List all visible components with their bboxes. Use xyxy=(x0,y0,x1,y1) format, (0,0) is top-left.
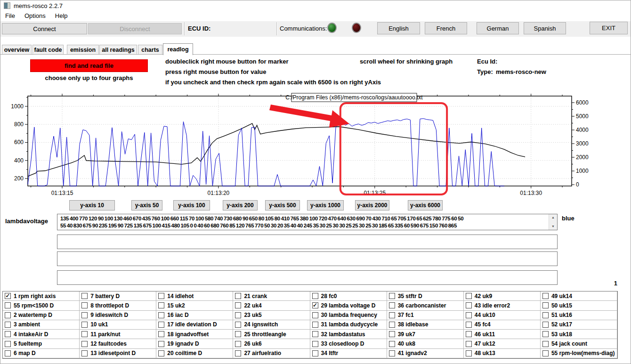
button-y-axis-500[interactable]: y-axis 500 xyxy=(265,200,300,210)
checkbox-6-map-d[interactable] xyxy=(5,350,11,356)
checkbox-label: 34 ltftr xyxy=(321,350,339,356)
checkbox-label: 23 uk5 xyxy=(244,312,261,318)
checkbox-55-rpm-low-mems-diag[interactable] xyxy=(542,350,549,356)
checkbox-14-idlehot[interactable] xyxy=(158,293,164,299)
button-y-axis-100[interactable]: y-axis 100 xyxy=(173,200,210,210)
tab-overview[interactable]: overview xyxy=(2,45,32,54)
checkbox-36-carboncanister[interactable] xyxy=(389,302,395,308)
series-values-box[interactable]: 135 400 770 120 90 100 130 460 670 435 7… xyxy=(57,214,558,230)
checkbox-41-ignadv2[interactable] xyxy=(389,350,395,356)
checkbox-11-park-nut[interactable] xyxy=(81,331,88,337)
checkbox-3-ambient[interactable] xyxy=(5,322,11,328)
find-and-read-file-button[interactable]: find and read file xyxy=(30,59,148,72)
checkbox-51-uk16[interactable] xyxy=(542,312,549,318)
checkbox-50-uk15[interactable] xyxy=(542,302,549,308)
checkbox-2-watertemp-d[interactable] xyxy=(5,312,11,318)
checkbox-label: 20 coiltime D xyxy=(167,350,202,356)
button-y-axis-1000[interactable]: y-axis 1000 xyxy=(307,200,344,210)
button-y-axis-50[interactable]: y-axis 50 xyxy=(131,200,162,210)
button-y-axis-2000[interactable]: y-axis 2000 xyxy=(355,200,389,210)
scroll-down-icon[interactable]: ▼ xyxy=(549,224,557,229)
checkbox-23-uk5[interactable] xyxy=(235,312,241,318)
checkbox-43-idle-error2[interactable] xyxy=(466,302,472,308)
checkbox-42-uk9[interactable] xyxy=(466,293,472,299)
checkbox-22-uk4[interactable] xyxy=(235,302,241,308)
scroll-up-icon[interactable]: ▲ xyxy=(549,215,557,220)
checkbox-34-ltftr[interactable] xyxy=(312,350,318,356)
tab-fault-code[interactable]: fault code xyxy=(32,45,64,54)
checkbox-19-ignadv-d[interactable] xyxy=(158,341,164,347)
signal-cell-45-fc4: 45 fc4 xyxy=(464,320,541,330)
exit-button[interactable]: EXIT xyxy=(590,22,628,34)
checkbox-1-rpm-right-axis[interactable]: ✓ xyxy=(5,293,11,299)
button-y-axis-10[interactable]: y-axis 10 xyxy=(69,200,115,210)
checkbox-29-lambda-voltage-d[interactable]: ✓ xyxy=(312,302,318,308)
values-scrollbar[interactable]: ▲ ▼ xyxy=(549,214,557,230)
checkbox-35-stftr-d[interactable] xyxy=(389,293,395,299)
checkbox-32-lambdastatus[interactable] xyxy=(312,331,318,337)
series-values-box-4[interactable] xyxy=(57,270,558,285)
checkbox-44-uk10[interactable] xyxy=(466,312,472,318)
checkbox-55-rpm-1500-d[interactable] xyxy=(5,302,11,308)
tab-strip-line xyxy=(0,54,631,55)
button-y-axis-6000[interactable]: y-axis 6000 xyxy=(408,200,443,210)
checkbox-21-crank[interactable] xyxy=(235,293,241,299)
checkbox-18-ignadvoffset[interactable] xyxy=(158,331,164,337)
checkbox-label: 52 uk17 xyxy=(551,321,572,328)
checkbox-4-intakeair-d[interactable] xyxy=(5,331,11,337)
language-button-german[interactable]: German xyxy=(477,22,519,34)
checkbox-label: 2 watertemp D xyxy=(14,312,52,318)
checkbox-9-idleswitch-d[interactable] xyxy=(81,312,88,318)
checkbox-48-uk13[interactable] xyxy=(466,350,472,356)
checkbox-17-idle-deviation-d[interactable] xyxy=(158,322,164,328)
readlog-chart[interactable]: 2004006008001000010002000300040005000600… xyxy=(0,90,631,199)
checkbox-30-lambda-frequency[interactable] xyxy=(312,312,318,318)
checkbox-37-fc1[interactable] xyxy=(389,312,395,318)
language-button-spanish[interactable]: Spanish xyxy=(524,22,566,34)
checkbox-38-idlebase[interactable] xyxy=(389,322,395,328)
checkbox-26-uk6[interactable] xyxy=(235,341,241,347)
checkbox-24-ignswitch[interactable] xyxy=(235,322,241,328)
checkbox-label: 17 idle deviation D xyxy=(167,321,217,328)
checkbox-27-airfuelratio[interactable] xyxy=(235,350,241,356)
checkbox-49-uk14[interactable] xyxy=(542,293,549,299)
connect-button[interactable]: Connect xyxy=(2,23,87,34)
checkbox-40-uk8[interactable] xyxy=(389,341,395,347)
checkbox-20-coiltime-d[interactable] xyxy=(158,350,164,356)
checkbox-52-uk17[interactable] xyxy=(542,322,549,328)
checkbox-28-fc0[interactable] xyxy=(312,293,318,299)
checkbox-12-faultcodes[interactable] xyxy=(81,341,88,347)
checkbox-46-uk11[interactable] xyxy=(466,331,472,337)
checkbox-8-throttlepot-d[interactable] xyxy=(81,302,88,308)
signal-cell-22-uk4: 22 uk4 xyxy=(233,301,310,310)
language-button-french[interactable]: French xyxy=(425,22,467,34)
tab-charts[interactable]: charts xyxy=(138,45,162,54)
checkbox-39-uk7[interactable] xyxy=(389,331,395,337)
checkbox-25-throttleangle[interactable] xyxy=(235,331,241,337)
tab-emission[interactable]: emission xyxy=(67,45,99,54)
checkbox-31-lambda-dudycycle[interactable] xyxy=(312,322,318,328)
series-values-box-3[interactable] xyxy=(57,251,558,266)
checkbox-10-uk1[interactable] xyxy=(81,322,88,328)
series-values-box-2[interactable] xyxy=(57,235,558,249)
checkbox-54-jack-count[interactable] xyxy=(542,341,549,347)
checkbox-45-fc4[interactable] xyxy=(466,322,472,328)
right-axis-label: 5000 xyxy=(576,113,589,120)
menu-item-file[interactable]: File xyxy=(0,11,20,21)
checkbox-13-idlesetpoint-d[interactable] xyxy=(81,350,88,356)
tab-readlog[interactable]: readlog xyxy=(163,43,193,55)
checkbox-33-closedloop-d[interactable] xyxy=(312,341,318,347)
checkbox-15-uk2[interactable] xyxy=(158,302,164,308)
checkbox-5-fueltemp[interactable] xyxy=(5,341,11,347)
language-button-english[interactable]: English xyxy=(377,22,420,34)
tab-all-readings[interactable]: all readings xyxy=(99,45,137,54)
checkbox-7-battery-d[interactable] xyxy=(81,293,88,299)
checkbox-53-uk18[interactable] xyxy=(542,331,549,337)
button-y-axis-200[interactable]: y-axis 200 xyxy=(223,200,258,210)
checkbox-label: 25 throttleangle xyxy=(244,331,286,338)
checkbox-16-iac-d[interactable] xyxy=(158,312,164,318)
signal-cell-7-battery-d: 7 battery D xyxy=(80,291,156,301)
menu-item-help[interactable]: Help xyxy=(50,11,73,21)
menu-item-options[interactable]: Options xyxy=(20,11,50,21)
checkbox-47-uk12[interactable] xyxy=(466,341,472,347)
